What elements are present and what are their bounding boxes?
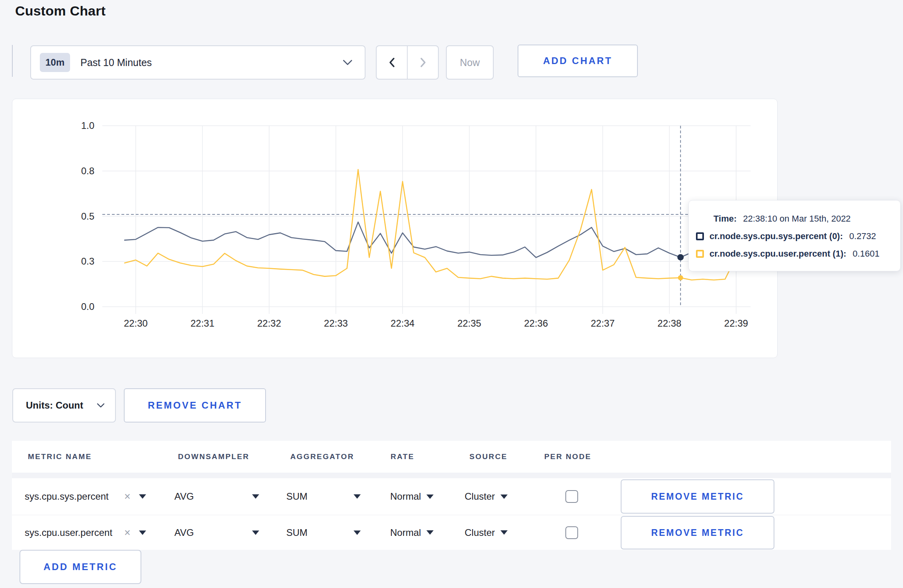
page-title: Custom Chart [15, 3, 106, 19]
units-select[interactable]: Units: Count [12, 388, 116, 423]
downsampler-select[interactable]: AVG [174, 527, 194, 538]
x-axis-tick-label: 22:33 [312, 317, 360, 330]
metric-name-value: sys.cpu.sys.percent [25, 491, 109, 502]
x-axis-tick-label: 22:30 [112, 317, 160, 330]
metric-select-caret[interactable] [139, 530, 146, 535]
clear-x-glyph: × [124, 527, 131, 538]
chart-tooltip: Time: 22:38:10 on Mar 15th, 2022 cr.node… [688, 200, 901, 271]
col-header-source: SOURCE [469, 450, 508, 463]
y-axis-tick-label: 0.0 [63, 300, 94, 313]
downsampler-caret[interactable] [252, 530, 259, 535]
rate-select[interactable]: Normal [390, 491, 434, 502]
x-axis-tick-label: 22:35 [446, 317, 493, 330]
source-select[interactable]: Cluster [465, 527, 508, 538]
x-axis-tick-label: 22:32 [245, 317, 293, 330]
tooltip-series-row: cr.node.sys.cpu.user.percent (1): 0.1601 [696, 245, 892, 263]
chevron-left-icon [388, 57, 396, 68]
aggregator-value: SUM [286, 527, 307, 538]
time-prev-button[interactable] [377, 46, 407, 79]
col-header-per-node: PER NODE [544, 450, 591, 463]
downsampler-value: AVG [174, 491, 194, 502]
chevron-right-icon [419, 57, 427, 68]
per-node-checkbox[interactable] [565, 526, 578, 539]
caret-down-icon [139, 530, 146, 535]
metric-clear-icon[interactable]: × [124, 491, 131, 502]
source-value: Cluster [465, 491, 495, 502]
x-axis-tick-label: 22:34 [379, 317, 426, 330]
y-axis-tick-label: 0.5 [63, 210, 94, 223]
col-header-downsampler: DOWNSAMPLER [178, 450, 249, 463]
downsampler-value: AVG [174, 527, 194, 538]
aggregator-caret[interactable] [354, 495, 361, 499]
table-header-divider [12, 473, 891, 478]
chart-card: 22:3022:3122:3222:3322:3422:3522:3622:37… [12, 99, 778, 358]
metrics-table: METRIC NAME DOWNSAMPLER AGGREGATOR RATE … [12, 441, 891, 550]
toolbar-left-divider [12, 45, 13, 77]
add-chart-button[interactable]: ADD CHART [518, 45, 638, 77]
col-header-rate: RATE [391, 450, 414, 463]
chevron-down-icon [342, 59, 353, 66]
rate-select[interactable]: Normal [390, 527, 434, 538]
metric-clear-icon[interactable]: × [124, 527, 131, 538]
per-node-checkbox[interactable] [565, 490, 578, 503]
tooltip-time-row: Time: 22:38:10 on Mar 15th, 2022 [696, 210, 892, 228]
metric-name-select[interactable]: sys.cpu.sys.percent [25, 491, 109, 502]
aggregator-value: SUM [286, 491, 307, 502]
tooltip-time-value: 22:38:10 on Mar 15th, 2022 [743, 214, 850, 224]
metric-row: sys.cpu.sys.percent × AVG SUM Normal Clu… [12, 478, 891, 515]
caret-down-icon [354, 495, 361, 499]
metric-name-select[interactable]: sys.cpu.user.percent [25, 527, 112, 538]
tooltip-series-name: cr.node.sys.cpu.user.percent (1): [710, 249, 846, 259]
caret-down-icon [426, 530, 434, 535]
tooltip-series-value: 0.2732 [849, 231, 876, 241]
caret-down-icon [354, 530, 361, 535]
caret-down-icon [252, 495, 259, 499]
x-axis-tick-label: 22:31 [178, 317, 226, 330]
downsampler-caret[interactable] [252, 495, 259, 499]
col-header-aggregator: AGGREGATOR [290, 450, 354, 463]
time-range-select[interactable]: 10m Past 10 Minutes [30, 45, 366, 80]
remove-metric-button[interactable]: REMOVE METRIC [621, 516, 774, 549]
aggregator-select[interactable]: SUM [286, 491, 307, 502]
time-range-badge: 10m [40, 53, 70, 72]
time-range-label: Past 10 Minutes [80, 57, 342, 68]
sys-series-swatch-icon [696, 232, 704, 240]
downsampler-select[interactable]: AVG [174, 491, 194, 502]
tooltip-series-row: cr.node.sys.cpu.sys.percent (0): 0.2732 [696, 228, 892, 245]
add-metric-button[interactable]: ADD METRIC [20, 550, 141, 584]
caret-down-icon [500, 495, 508, 499]
source-value: Cluster [465, 527, 495, 538]
x-axis-tick-label: 22:37 [579, 317, 627, 330]
source-select[interactable]: Cluster [465, 491, 508, 502]
time-next-button[interactable] [408, 46, 438, 79]
y-axis-tick-label: 0.3 [63, 255, 94, 268]
remove-metric-button[interactable]: REMOVE METRIC [621, 479, 774, 514]
tooltip-series-name: cr.node.sys.cpu.sys.percent (0): [710, 231, 843, 241]
y-axis-tick-label: 1.0 [63, 119, 94, 132]
y-axis-tick-label: 0.8 [63, 165, 94, 177]
tooltip-time-label: Time: [713, 214, 737, 224]
units-label: Units: Count [26, 400, 97, 411]
user-series-swatch-icon [696, 250, 704, 258]
tooltip-series-value: 0.1601 [853, 249, 880, 259]
metric-row: sys.cpu.user.percent × AVG SUM Normal Cl… [12, 515, 891, 550]
caret-down-icon [426, 495, 434, 499]
chevron-down-icon [97, 403, 105, 408]
now-button[interactable]: Now [446, 45, 494, 80]
rate-value: Normal [390, 527, 421, 538]
aggregator-select[interactable]: SUM [286, 527, 307, 538]
caret-down-icon [252, 530, 259, 535]
aggregator-caret[interactable] [354, 530, 361, 535]
metric-select-caret[interactable] [139, 495, 146, 499]
x-axis-tick-label: 22:36 [512, 317, 560, 330]
remove-chart-button[interactable]: REMOVE CHART [124, 388, 266, 423]
x-axis-tick-label: 22:39 [712, 317, 760, 330]
rate-value: Normal [390, 491, 421, 502]
time-nav-group [376, 45, 439, 80]
x-axis-tick-label: 22:38 [645, 317, 693, 330]
caret-down-icon [139, 495, 146, 499]
metric-name-value: sys.cpu.user.percent [25, 527, 112, 538]
caret-down-icon [500, 530, 508, 535]
clear-x-glyph: × [124, 491, 131, 502]
col-header-metric-name: METRIC NAME [28, 450, 92, 463]
